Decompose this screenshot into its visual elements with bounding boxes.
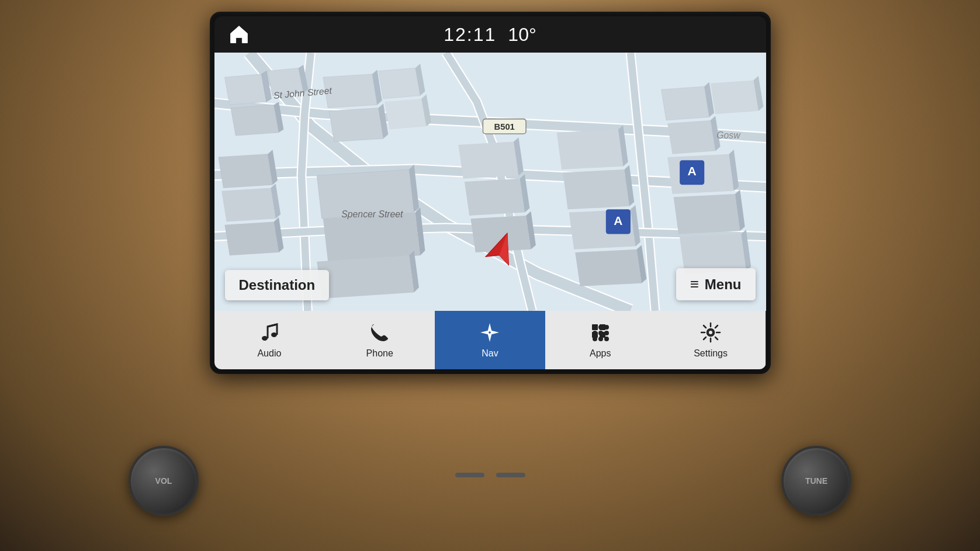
svg-marker-0 [230, 26, 247, 43]
svg-marker-47 [575, 249, 642, 286]
svg-text:B501: B501 [494, 122, 514, 131]
audio-icon [259, 322, 280, 346]
svg-marker-2 [224, 74, 266, 105]
status-bar: 12:11 10° [214, 16, 766, 53]
svg-marker-51 [673, 194, 740, 234]
tune-knob[interactable] [781, 446, 851, 516]
infotainment-screen: 12:11 10° [214, 16, 766, 369]
svg-marker-43 [563, 169, 629, 209]
destination-button[interactable]: Destination [225, 270, 330, 300]
svg-point-81 [604, 331, 609, 335]
svg-point-79 [593, 331, 597, 335]
nav-compass-icon [479, 322, 500, 346]
nav-item-phone[interactable]: Phone [324, 311, 435, 369]
svg-marker-15 [384, 99, 426, 130]
building-spencer [317, 165, 425, 299]
svg-point-80 [598, 331, 603, 335]
svg-marker-37 [464, 179, 524, 216]
status-temperature: 10° [508, 24, 536, 46]
svg-marker-33 [317, 255, 414, 299]
svg-text:A: A [687, 164, 696, 178]
svg-marker-23 [218, 154, 272, 188]
vol-knob[interactable] [129, 446, 199, 516]
svg-text:Gosw: Gosw [716, 130, 741, 140]
svg-text:Spencer Street: Spencer Street [341, 209, 403, 219]
phone-label: Phone [366, 348, 393, 359]
svg-point-78 [604, 325, 609, 330]
nav-item-nav[interactable]: Nav [435, 311, 545, 369]
svg-marker-27 [224, 221, 279, 255]
svg-marker-41 [556, 130, 623, 169]
svg-point-82 [593, 337, 597, 341]
svg-marker-17 [661, 86, 709, 120]
car-dashboard: 12:11 10° [0, 0, 980, 551]
bottom-controls [344, 466, 636, 484]
apps-label: Apps [590, 348, 611, 359]
nav-item-settings[interactable]: Settings [656, 311, 766, 369]
audio-label: Audio [257, 348, 281, 359]
settings-icon [700, 322, 721, 346]
map-area[interactable]: A A B501 St John Street Spencer Street G… [214, 53, 766, 311]
svg-point-77 [598, 325, 603, 330]
building-group-middle-left [218, 150, 283, 255]
svg-point-87 [709, 331, 712, 334]
svg-point-83 [598, 337, 603, 341]
screen-bezel: 12:11 10° [210, 12, 771, 374]
svg-text:A: A [614, 214, 622, 227]
svg-marker-7 [230, 105, 278, 136]
svg-marker-19 [710, 80, 758, 114]
home-icon [228, 24, 250, 45]
menu-button[interactable]: ≡ Menu [676, 268, 756, 300]
dash-button-1[interactable] [455, 473, 484, 477]
home-button[interactable] [226, 22, 252, 47]
status-time-temp: 12:11 10° [444, 24, 536, 46]
apps-icon [590, 322, 611, 346]
phone-icon [369, 322, 390, 346]
svg-marker-21 [667, 120, 715, 154]
svg-marker-11 [378, 68, 420, 99]
menu-icon: ≡ [690, 275, 699, 293]
svg-marker-13 [329, 108, 383, 142]
svg-point-76 [593, 325, 597, 330]
nav-label: Nav [482, 348, 498, 359]
svg-marker-35 [458, 142, 518, 179]
status-time: 12:11 [444, 24, 496, 46]
svg-line-68 [268, 324, 277, 327]
settings-label: Settings [694, 348, 728, 359]
dash-button-2[interactable] [496, 473, 525, 477]
svg-marker-31 [323, 213, 420, 262]
nav-item-audio[interactable]: Audio [214, 311, 325, 369]
svg-marker-25 [221, 188, 276, 222]
svg-point-84 [604, 337, 609, 341]
nav-item-apps[interactable]: Apps [545, 311, 656, 369]
nav-bar: Audio Phone [214, 311, 766, 369]
